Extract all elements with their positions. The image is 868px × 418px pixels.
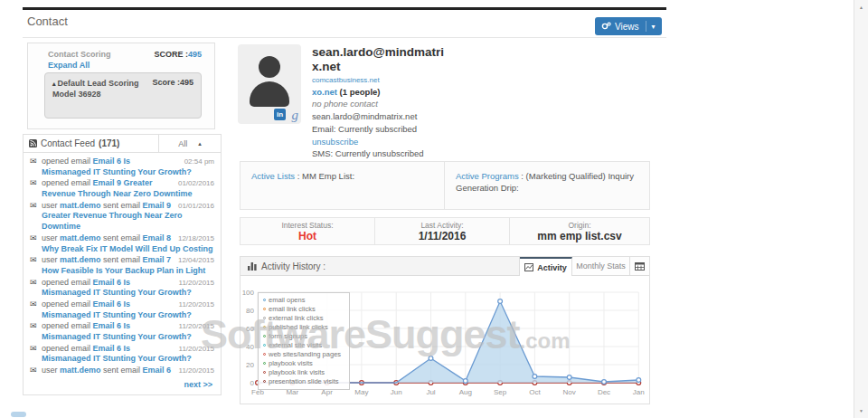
google-icon[interactable]: g <box>292 108 299 123</box>
svg-text:20: 20 <box>246 361 254 369</box>
envelope-icon: ✉ <box>30 201 37 212</box>
feed-item: ✉12/18/2015user matt.demo sent email Ema… <box>30 233 214 254</box>
envelope-icon: ✉ <box>30 344 37 355</box>
avatar-body-icon <box>250 81 289 107</box>
svg-text:Dec: Dec <box>598 388 610 396</box>
svg-text:Jul: Jul <box>426 388 435 396</box>
activity-history-title: Activity History : <box>261 261 326 271</box>
envelope-icon: ✉ <box>30 255 37 266</box>
company-link[interactable]: xo.net <box>312 87 337 97</box>
feed-header: Contact Feed (171) All ▴ <box>24 135 221 153</box>
feed-email-link[interactable]: Email 9 Greater Revenue Through Near Zer… <box>42 178 193 198</box>
scroll-up-arrow[interactable]: ▲ <box>854 5 868 10</box>
envelope-icon: ✉ <box>30 178 37 189</box>
feed-email-link[interactable]: Email 6 Is Mismanaged IT Stunting Your G… <box>42 157 192 176</box>
feed-item-date: 11/20/2015 <box>179 321 214 331</box>
calendar-button[interactable] <box>630 257 649 276</box>
chart-legend: email opensemail link clicksexternal lin… <box>258 292 350 390</box>
legend-item: form signups <box>263 332 344 341</box>
legend-marker-icon <box>263 299 266 301</box>
feed-next-link[interactable]: next >> <box>184 380 212 389</box>
profile-email: sean.lardo@mindmatrix.net <box>312 110 466 123</box>
legend-item: external site visits <box>263 341 344 350</box>
feed-item-date: 02:54 pm <box>184 157 214 166</box>
legend-marker-icon <box>263 335 266 337</box>
email-subscription-status: Email: Currently subscribed <box>312 123 466 136</box>
legend-marker-icon <box>263 362 266 365</box>
envelope-icon: ✉ <box>30 299 37 310</box>
legend-item: presentation slide visits <box>263 377 344 386</box>
unsubscribe-link[interactable]: unsubscribe <box>312 136 466 148</box>
active-lists-link[interactable]: Active Lists <box>251 171 295 181</box>
interest-status-value: Hot <box>241 230 374 242</box>
tab-monthly-stats[interactable]: Monthly Stats <box>572 257 630 276</box>
svg-text:Jun: Jun <box>391 388 402 396</box>
bar-chart-icon <box>248 261 257 271</box>
origin-label: Origin: <box>510 221 649 230</box>
feed-item: ✉11/20/2015user matt.demo sent email Ema… <box>30 366 214 376</box>
feed-item-date: 11/20/2015 <box>179 278 214 288</box>
feed-user-link[interactable]: matt.demo <box>60 255 101 264</box>
collapse-triangle-icon[interactable]: ▴ <box>52 81 56 87</box>
origin-box: Origin: mm emp list.csv <box>509 217 650 245</box>
header-divider <box>23 37 666 38</box>
views-button-divider <box>646 21 646 32</box>
vertical-scrollbar[interactable]: ▲ ▼ <box>854 0 868 418</box>
feed-email-link[interactable]: Email 6 Is Mismanaged IT Stunting Your G… <box>42 278 192 298</box>
svg-text:Oct: Oct <box>529 388 541 396</box>
feed-user-link[interactable]: matt.demo <box>60 233 101 242</box>
cropped-element[interactable] <box>11 412 26 417</box>
envelope-icon: ✉ <box>30 321 37 332</box>
origin-value: mm emp list.csv <box>510 230 649 242</box>
svg-text:May: May <box>354 388 368 396</box>
profile-name: sean.lardo@mindmatrix.net <box>312 45 448 74</box>
page-title: Contact <box>27 14 68 28</box>
svg-text:Sep: Sep <box>494 388 507 396</box>
legend-marker-icon <box>263 317 266 319</box>
envelope-icon: ✉ <box>30 278 37 289</box>
contact-scoring-panel: Contact Scoring SCORE :495 Expand All ▴D… <box>27 43 215 129</box>
active-programs-box: Active Programs : (Marketing Qualified) … <box>444 161 650 210</box>
sms-subscription-status: SMS: Currently unsubscribed <box>312 147 466 160</box>
last-activity-label: Last Activity: <box>375 221 509 230</box>
linkedin-icon[interactable]: in <box>274 109 286 120</box>
feed-item: ✉12/04/2015user matt.demo sent email Ema… <box>30 255 214 276</box>
profile-phone-note: no phone contact <box>312 98 466 110</box>
legend-marker-icon <box>263 380 266 383</box>
svg-text:100: 100 <box>242 289 255 297</box>
top-border-line <box>23 7 666 10</box>
feed-item: ✉11/20/2015opened email Email 6 Is Misma… <box>30 299 214 320</box>
feed-item: ✉01/01/2016user matt.demo sent email Ema… <box>30 201 214 233</box>
caret-up-icon: ▴ <box>198 140 202 147</box>
avatar-head-icon <box>259 56 280 78</box>
feed-count: (171) <box>99 138 119 148</box>
legend-item: published link clicks <box>263 323 344 332</box>
feed-user-link[interactable]: matt.demo <box>60 366 101 375</box>
views-button-label: Views <box>615 22 639 32</box>
feed-item: ✉02:54 pmopened email Email 6 Is Mismana… <box>30 157 214 177</box>
scoring-model-name: ▴Default Lead Scoring Model 36928 <box>52 78 139 113</box>
feed-email-link[interactable]: Email 6 Is Mismanaged IT Stunting Your G… <box>42 321 192 341</box>
active-lists-box: Active Lists : MM Emp List: <box>240 161 445 210</box>
scoring-model-score: Score :495 <box>152 78 193 113</box>
scoring-total: SCORE :495 <box>154 50 202 59</box>
profile-website-link[interactable]: comcastbusiness.net <box>312 75 466 85</box>
feed-email-link[interactable]: Email 6 Is Mismanaged IT Stunting Your G… <box>42 299 192 319</box>
tab-activity[interactable]: Activity <box>520 257 572 276</box>
scoring-model-box[interactable]: ▴Default Lead Scoring Model 36928 Score … <box>44 72 202 119</box>
feed-items-list: ✉02:54 pmopened email Email 6 Is Mismana… <box>24 153 221 376</box>
expand-all-link[interactable]: Expand All <box>48 61 90 70</box>
svg-text:80: 80 <box>246 307 254 315</box>
activity-history-header: Activity History : Activity Monthly Stat… <box>241 257 649 276</box>
feed-header-title: Contact Feed (171) <box>24 138 158 148</box>
feed-email-link[interactable]: Email 6 Is Mismanaged IT Stunting Your G… <box>42 344 192 364</box>
views-button[interactable]: Views ▾ <box>595 17 662 35</box>
feed-item-date: 11/20/2015 <box>179 299 214 309</box>
feed-user-link[interactable]: matt.demo <box>60 201 101 210</box>
legend-marker-icon <box>263 371 266 374</box>
feed-filter-dropdown[interactable]: All ▴ <box>158 135 221 152</box>
scroll-down-arrow[interactable]: ▼ <box>854 408 868 413</box>
active-programs-link[interactable]: Active Programs <box>456 171 519 181</box>
legend-item: email opens <box>263 296 344 305</box>
feed-item: ✉11/20/2015opened email Email 6 Is Misma… <box>30 321 214 342</box>
